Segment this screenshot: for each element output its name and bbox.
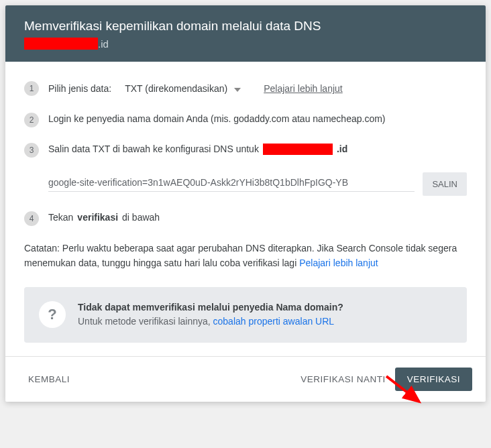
dialog-content: 1 Pilih jenis data: TXT (direkomendasika…	[5, 62, 486, 356]
step-2: 2 Login ke penyedia nama domain Anda (mi…	[24, 112, 467, 127]
step-3-text: Salin data TXT di bawah ke konfigurasi D…	[48, 142, 467, 156]
step-2-text: Login ke penyedia nama domain Anda (mis.…	[48, 112, 467, 126]
step-4: 4 Tekan verifikasi di bawah	[24, 211, 467, 226]
redacted-domain	[263, 144, 333, 155]
step-3: 3 Salin data TXT di bawah ke konfigurasi…	[24, 142, 467, 158]
verify-ownership-dialog: Memverifikasi kepemilikan domain melalui…	[5, 5, 486, 402]
back-button[interactable]: KEMBALI	[19, 368, 79, 391]
help-title: Tidak dapat memverifikasi melalui penyed…	[78, 300, 343, 315]
step-4-text: Tekan verifikasi di bawah	[48, 211, 467, 225]
step-1: 1 Pilih jenis data: TXT (direkomendasika…	[24, 80, 467, 97]
verify-later-button[interactable]: VERIFIKASI NANTI	[291, 368, 395, 391]
txt-record-row: google-site-verification=3n1wAEQ0uD-Askk…	[48, 172, 467, 196]
note-learn-more-link[interactable]: Pelajari lebih lanjut	[299, 258, 378, 268]
note-text: Catatan: Perlu waktu beberapa saat agar …	[24, 241, 467, 271]
step-number: 3	[24, 143, 39, 158]
help-box: ? Tidak dapat memverifikasi melalui peny…	[24, 287, 467, 343]
verify-button[interactable]: VERIFIKASI	[395, 368, 472, 391]
record-type-label: Pilih jenis data:	[48, 82, 111, 96]
dialog-footer: KEMBALI VERIFIKASI NANTI VERIFIKASI	[5, 356, 486, 402]
url-prefix-link[interactable]: cobalah properti awalan URL	[213, 316, 335, 327]
copy-button[interactable]: SALIN	[423, 172, 467, 196]
help-body: Untuk metode verifikasi lainnya, cobalah…	[78, 315, 343, 329]
step-number: 1	[24, 81, 39, 96]
dialog-title: Memverifikasi kepemilikan domain melalui…	[24, 19, 467, 34]
dialog-header: Memverifikasi kepemilikan domain melalui…	[5, 5, 486, 62]
redacted-domain	[24, 38, 98, 50]
dialog-domain: .id	[24, 38, 467, 50]
question-icon: ?	[39, 301, 66, 328]
step-number: 2	[24, 113, 39, 127]
record-type-select[interactable]: TXT (direkomendasikan)	[122, 80, 243, 97]
learn-more-link[interactable]: Pelajari lebih lanjut	[264, 82, 343, 96]
txt-record-value[interactable]: google-site-verification=3n1wAEQ0uD-Askk…	[48, 177, 415, 192]
chevron-down-icon	[234, 82, 241, 96]
step-number: 4	[24, 211, 39, 226]
